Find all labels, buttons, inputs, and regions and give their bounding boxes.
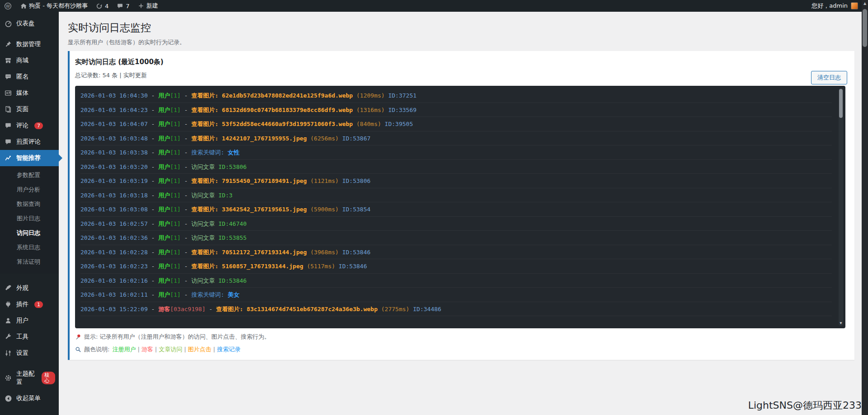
sidebar-item-label: 数据管理 [16, 40, 41, 48]
log-entry: 2026-01-03 16:02:36 - 用户[1] - 访问文章 ID:53… [80, 231, 832, 245]
sidebar-item-label: 评论 [16, 121, 28, 130]
core-badge: 核心 [42, 372, 55, 384]
site-name-label: 狗蛋 - 每天都有沙雕事 [29, 2, 88, 10]
tip-text: 提示: 记录所有用户（注册用户和游客）的访问、图片点击、搜索行为。 [84, 333, 270, 341]
legend-separator: | [153, 346, 159, 353]
user-avatar[interactable] [851, 2, 858, 9]
new-content-button[interactable]: 新建 [134, 0, 162, 12]
sidebar-item-tools[interactable]: 工具 [0, 329, 59, 345]
pin-icon [4, 40, 12, 48]
pushpin-icon [75, 334, 81, 340]
log-entry: 2026-01-03 16:02:28 - 用户[1] - 查看图片: 7051… [80, 245, 832, 260]
wordpress-icon: W [4, 2, 12, 10]
sidebar-item-pages[interactable]: 页面 [0, 101, 59, 117]
page-scroll-up-arrow[interactable]: ▲ [862, 1, 868, 5]
chart-icon [4, 154, 12, 162]
sidebar-item-dashboard[interactable]: 仪表盘 [0, 15, 59, 32]
comments-button[interactable]: 7 [113, 0, 133, 12]
sidebar-subitem-system-log[interactable]: 系统日志 [0, 240, 59, 255]
page-subtitle: 显示所有用户（包括游客）的实时行为记录。 [68, 38, 868, 47]
clear-log-button[interactable]: 清空日志 [811, 71, 847, 84]
legend-label: 颜色说明: [84, 345, 109, 354]
legend-item: 文章访问 [159, 346, 182, 353]
log-entry: 2026-01-03 16:03:38 - 用户[1] - 搜索关键词: 女性 [80, 145, 832, 160]
log-entry: 2026-01-03 16:02:11 - 用户[1] - 搜索关键词: 美女 [80, 288, 832, 302]
wrench-icon [4, 333, 12, 341]
sidebar-item-label: 匿名 [16, 73, 28, 81]
sidebar-item-label: 仪表盘 [16, 19, 35, 28]
comments-count-badge: 7 [34, 122, 43, 129]
greeting-account-button[interactable]: 您好，admin [811, 2, 848, 10]
log-console: 2026-01-03 16:04:30 - 用户[1] - 查看图片: 62e1… [75, 86, 845, 328]
wp-logo-button[interactable]: W [0, 0, 16, 12]
legend-item: 游客 [142, 346, 153, 353]
sidebar-item-shop[interactable]: 商城 [0, 52, 59, 69]
updates-count: 4 [105, 3, 108, 9]
sidebar-item-label: 设置 [16, 349, 28, 357]
sidebar-item-label: 工具 [16, 333, 28, 341]
sidebar-item-anonymous[interactable]: 匿名 [0, 69, 59, 85]
sidebar-subitem-user-analysis[interactable]: 用户分析 [0, 182, 59, 197]
log-scroll-down-arrow[interactable]: ▼ [839, 321, 843, 326]
log-scrollbar[interactable]: ▼ [839, 88, 843, 326]
sidebar-item-smart-recommend[interactable]: 智能推荐 [0, 150, 59, 166]
sidebar-item-plugins[interactable]: 插件 1 [0, 296, 59, 312]
plus-icon [138, 3, 144, 9]
legend-item: 注册用户 [112, 346, 136, 353]
sidebar-item-label: 收起菜单 [16, 394, 41, 402]
legend-separator: | [136, 346, 141, 353]
legend-separator: | [212, 346, 217, 353]
legend-item: 搜索记录 [217, 346, 241, 353]
tip-row: 提示: 记录所有用户（注册用户和游客）的访问、图片点击、搜索行为。 [75, 333, 847, 341]
sidebar-subitem-image-log[interactable]: 图片日志 [0, 211, 59, 226]
legend-separator: | [182, 346, 188, 353]
comment-icon [4, 138, 12, 146]
sidebar-item-appearance[interactable]: 外观 [0, 280, 59, 296]
log-entry: 2026-01-03 16:04:23 - 用户[1] - 查看图片: 6813… [80, 103, 832, 117]
sidebar-item-label: 外观 [16, 284, 28, 292]
log-entry: 2026-01-03 16:02:16 - 用户[1] - 访问文章 ID:53… [80, 274, 832, 288]
dashboard-icon [4, 19, 12, 28]
sidebar-item-jiandan-comments[interactable]: 煎蛋评论 [0, 134, 59, 150]
sidebar-item-media[interactable]: 媒体 [0, 85, 59, 101]
page-scrollbar-thumb[interactable] [863, 9, 867, 47]
record-count-status: 总记录数: 54 条 | 实时更新 [75, 71, 847, 79]
new-content-label: 新建 [146, 2, 158, 10]
log-entry: 2026-01-03 16:02:23 - 用户[1] - 查看图片: 5160… [80, 259, 832, 274]
sidebar-item-label: 插件 [16, 300, 28, 308]
plug-icon [4, 300, 12, 308]
sidebar-item-users[interactable]: 用户 [0, 312, 59, 329]
sidebar-item-label: 主题配置 [16, 370, 36, 386]
comment-icon [117, 3, 123, 9]
smart-recommend-submenu: 参数配置 用户分析 数据查询 图片日志 访问日志 系统日志 算法证明 [0, 166, 59, 274]
collapse-arrow-icon [4, 394, 12, 402]
home-icon [20, 3, 27, 9]
sidebar-item-theme-config[interactable]: 主题配置 核心 [0, 366, 59, 390]
page-scrollbar[interactable]: ▲ [862, 0, 868, 415]
sidebar-item-settings[interactable]: 设置 [0, 345, 59, 361]
sidebar-subitem-access-log[interactable]: 访问日志 [0, 226, 59, 240]
sidebar-subitem-data-query[interactable]: 数据查询 [0, 197, 59, 211]
sidebar-item-label: 煎蛋评论 [16, 138, 41, 146]
log-entry: 2026-01-03 16:04:30 - 用户[1] - 查看图片: 62e1… [80, 89, 832, 103]
log-entry: 2026-01-03 16:03:48 - 用户[1] - 查看图片: 1424… [80, 131, 832, 146]
footer-credit: LightSNS@德玛西亚233 [748, 399, 862, 412]
sidebar-subitem-param-config[interactable]: 参数配置 [0, 168, 59, 182]
comments-count: 7 [126, 3, 129, 9]
sidebar-item-collapse-menu[interactable]: 收起菜单 [0, 390, 59, 406]
site-name-link[interactable]: 狗蛋 - 每天都有沙雕事 [16, 0, 92, 12]
sidebar-item-label: 页面 [16, 105, 28, 113]
sidebar-item-comments[interactable]: 评论 7 [0, 117, 59, 134]
main-content: 实时访问日志监控 显示所有用户（包括游客）的实时行为记录。 实时访问日志 (最近… [59, 12, 868, 415]
sidebar-item-data-management[interactable]: 数据管理 [0, 36, 59, 52]
log-lines: 2026-01-03 16:04:30 - 用户[1] - 查看图片: 62e1… [80, 89, 832, 316]
updates-button[interactable]: 4 [92, 0, 113, 12]
plugins-count-badge: 1 [34, 301, 43, 308]
comment-icon [4, 121, 12, 130]
page-title: 实时访问日志监控 [68, 21, 868, 35]
log-entry: 2026-01-03 16:04:07 - 用户[1] - 查看图片: 53f5… [80, 117, 832, 131]
magnifier-icon [75, 346, 81, 353]
svg-text:W: W [6, 4, 10, 8]
sidebar-subitem-algorithm-proof[interactable]: 算法证明 [0, 255, 59, 269]
log-scrollbar-thumb[interactable] [839, 89, 843, 118]
